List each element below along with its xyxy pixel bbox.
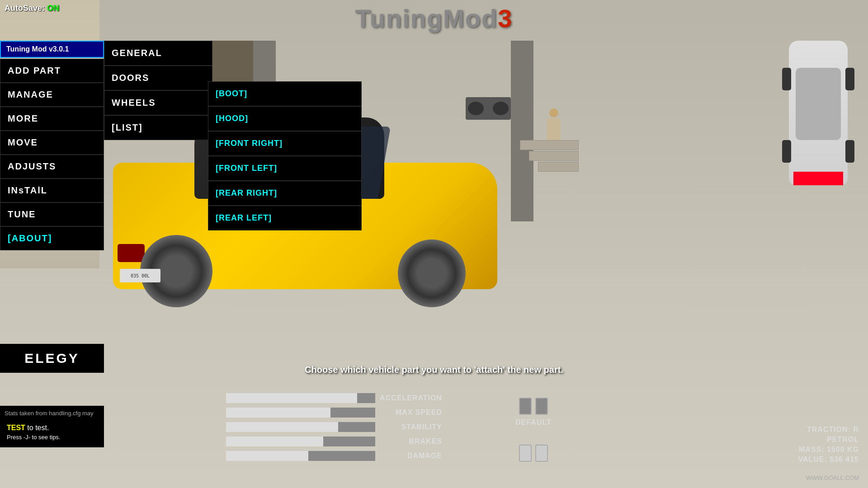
sidebar-item-move[interactable]: MOVE [0, 131, 104, 155]
submenu-panel: [BOOT] [HOOD] [FRONT RIGHT] [FRONT LEFT]… [208, 81, 362, 230]
topdown-car-view [782, 41, 854, 212]
license-plate: 035 00L [120, 269, 160, 282]
sidebar-item-adjusts[interactable]: ADJUSTS [0, 155, 104, 178]
submenu-item-front-left[interactable]: [FRONT LEFT] [208, 156, 362, 181]
main-menu-panel: GENERAL DOORS WHEELS [LIST] [104, 41, 212, 140]
menu-item-wheels[interactable]: WHEELS [104, 90, 212, 115]
sidebar-item-add-part[interactable]: ADD PART [0, 59, 104, 83]
submenu-item-front-right[interactable]: [FRONT RIGHT] [208, 131, 362, 156]
submenu-item-hood[interactable]: [HOOD] [208, 106, 362, 131]
sidebar-item-install[interactable]: INsTAlL [0, 178, 104, 202]
submenu-item-boot[interactable]: [BOOT] [208, 81, 362, 106]
submenu-item-rear-left[interactable]: [REAR LEFT] [208, 206, 362, 230]
submenu-item-rear-right[interactable]: [REAR RIGHT] [208, 181, 362, 206]
menu-item-general[interactable]: GENERAL [104, 41, 212, 66]
sidebar-item-about[interactable]: [ABOUT] [0, 226, 104, 250]
left-sidebar: Tuning Mod v3.0.1 ADD PART MANAGE MORE M… [0, 41, 104, 250]
sidebar-item-manage[interactable]: MANAGE [0, 83, 104, 107]
sidebar-item-tune[interactable]: TUNE [0, 202, 104, 226]
menu-item-list[interactable]: [LIST] [104, 115, 212, 140]
menu-item-doors[interactable]: DOORS [104, 66, 212, 90]
sidebar-item-more[interactable]: MORE [0, 107, 104, 131]
